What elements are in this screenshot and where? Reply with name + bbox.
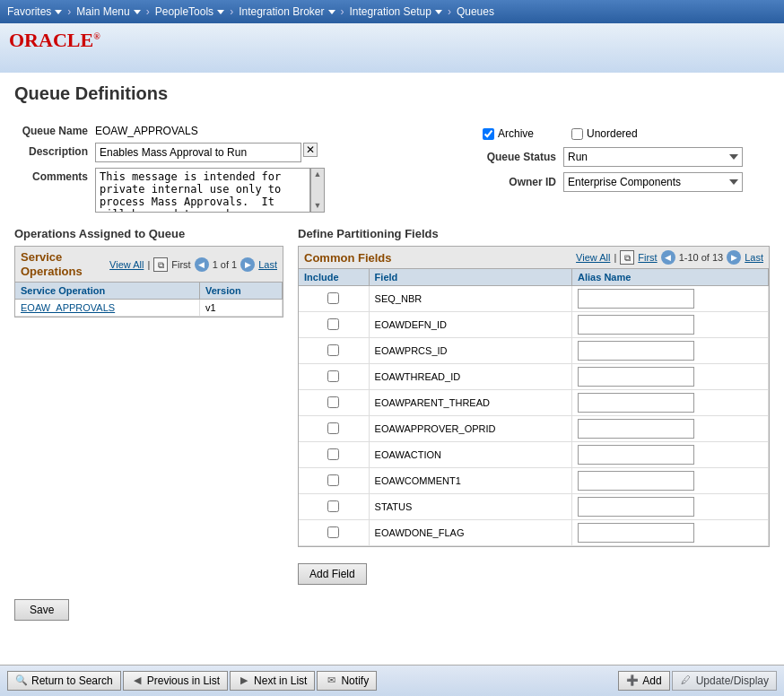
notify-button[interactable]: ✉ Notify	[317, 671, 377, 685]
part-prev-btn[interactable]: ◀	[661, 250, 675, 265]
part-alias-input[interactable]	[578, 367, 694, 387]
next-list-icon: ▶	[238, 674, 250, 685]
archive-unordered-row: Archive Unordered	[483, 127, 770, 140]
part-alias-input[interactable]	[578, 315, 694, 335]
comments-scrollbar[interactable]: ▲ ▼	[310, 168, 325, 213]
part-alias-cell[interactable]	[572, 364, 769, 390]
description-input[interactable]	[95, 143, 301, 162]
part-include-checkbox[interactable]	[327, 500, 339, 512]
part-last-label[interactable]: Last	[745, 252, 763, 263]
ops-page-info: 1 of 1	[213, 259, 238, 270]
add-field-button[interactable]: Add Field	[298, 563, 367, 585]
notify-icon: ✉	[325, 674, 337, 685]
part-view-all-link[interactable]: View All	[576, 252, 610, 263]
part-alias-input[interactable]	[578, 289, 694, 309]
update-display-button[interactable]: 🖊 Update/Display	[672, 671, 777, 685]
ops-prev-btn[interactable]: ◀	[195, 257, 209, 272]
integration-broker-arrow-icon	[328, 10, 335, 14]
part-include-checkbox[interactable]	[327, 448, 339, 460]
part-include-checkbox[interactable]	[327, 370, 339, 382]
part-alias-input[interactable]	[578, 471, 694, 491]
clear-description-icon[interactable]: ✕	[303, 143, 318, 157]
queue-status-select[interactable]: Run Pause Stop	[563, 147, 743, 167]
main-menu[interactable]: Main Menu	[76, 5, 140, 18]
part-alias-input[interactable]	[578, 445, 694, 465]
peopletools-arrow-icon	[217, 10, 224, 14]
part-include-checkbox[interactable]	[327, 344, 339, 356]
part-include-cell[interactable]	[299, 442, 369, 468]
comments-textarea[interactable]: This message is intended for private int…	[95, 168, 310, 213]
part-include-cell[interactable]	[299, 312, 369, 338]
part-include-cell[interactable]	[299, 338, 369, 364]
part-include-checkbox[interactable]	[327, 474, 339, 486]
part-alias-input[interactable]	[578, 419, 694, 439]
return-to-search-button[interactable]: 🔍 Return to Search	[7, 671, 121, 685]
part-include-checkbox[interactable]	[327, 422, 339, 434]
archive-checkbox[interactable]	[483, 128, 494, 140]
part-table-row: EOAWCOMMENT1	[299, 468, 769, 494]
previous-in-list-button[interactable]: ◀ Previous in List	[123, 671, 228, 685]
part-include-checkbox[interactable]	[327, 526, 339, 538]
part-field-cell: EOAWCOMMENT1	[369, 468, 571, 494]
ops-next-btn[interactable]: ▶	[240, 257, 255, 272]
unordered-checkbox[interactable]	[571, 128, 583, 140]
part-alias-cell[interactable]	[572, 338, 769, 364]
part-alias-cell[interactable]	[572, 520, 769, 546]
part-new-window-icon[interactable]: ⧉	[620, 250, 634, 265]
part-alias-cell[interactable]	[572, 390, 769, 416]
part-include-checkbox[interactable]	[327, 292, 339, 304]
integration-broker-menu[interactable]: Integration Broker	[239, 5, 335, 18]
part-first-label[interactable]: First	[638, 252, 657, 263]
part-alias-cell[interactable]	[572, 312, 769, 338]
part-table-title: Common Fields	[304, 251, 392, 265]
part-include-cell[interactable]	[299, 468, 369, 494]
description-label: Description	[14, 143, 95, 158]
part-table-row: STATUS	[299, 494, 769, 520]
ops-view-all-link[interactable]: View All	[109, 259, 144, 270]
partition-section: Define Partitioning Fields Common Fields…	[298, 227, 770, 585]
part-include-cell[interactable]	[299, 416, 369, 442]
ops-new-window-icon[interactable]: ⧉	[153, 257, 168, 272]
ops-nav: View All | ⧉ First ◀ 1 of 1 ▶ Last	[109, 257, 277, 272]
part-alias-input[interactable]	[578, 497, 694, 517]
save-button[interactable]: Save	[14, 599, 69, 621]
queues-breadcrumb: Queues	[457, 5, 494, 18]
ops-last-label[interactable]: Last	[258, 259, 277, 270]
part-include-cell[interactable]	[299, 520, 369, 546]
part-include-checkbox[interactable]	[327, 318, 339, 330]
part-include-cell[interactable]	[299, 286, 369, 312]
part-include-cell[interactable]	[299, 494, 369, 520]
part-alias-cell[interactable]	[572, 286, 769, 312]
part-alias-cell[interactable]	[572, 468, 769, 494]
part-alias-cell[interactable]	[572, 494, 769, 520]
part-nav: View All | ⧉ First ◀ 1-10 of 13 ▶ Last	[576, 250, 763, 265]
integration-setup-menu[interactable]: Integration Setup	[350, 5, 442, 18]
add-icon: ➕	[626, 674, 639, 685]
favorites-menu[interactable]: Favorites	[7, 5, 62, 18]
update-icon: 🖊	[680, 674, 693, 685]
part-alias-input[interactable]	[578, 523, 694, 543]
page-title: Queue Definitions	[14, 83, 770, 108]
part-include-cell[interactable]	[299, 364, 369, 390]
part-col-include: Include	[299, 269, 369, 286]
bottom-left-buttons: 🔍 Return to Search ◀ Previous in List ▶ …	[7, 671, 377, 685]
part-include-cell[interactable]	[299, 390, 369, 416]
part-next-btn[interactable]: ▶	[727, 250, 741, 265]
next-in-list-button[interactable]: ▶ Next in List	[230, 671, 315, 685]
part-field-cell: SEQ_NBR	[369, 286, 571, 312]
integration-setup-arrow-icon	[435, 10, 442, 14]
owner-id-select[interactable]: Enterprise Components PeopleTools Custom	[563, 172, 743, 192]
ops-service-op-cell[interactable]: EOAW_APPROVALS	[15, 300, 199, 317]
ops-table: Service Operation Version EOAW_APPROVALS…	[15, 283, 283, 317]
part-alias-cell[interactable]	[572, 416, 769, 442]
peopletools-menu[interactable]: PeopleTools	[155, 5, 224, 18]
queue-status-row: Queue Status Run Pause Stop	[483, 147, 770, 167]
part-alias-cell[interactable]	[572, 442, 769, 468]
part-include-checkbox[interactable]	[327, 396, 339, 408]
part-alias-input[interactable]	[578, 341, 694, 361]
queue-status-label: Queue Status	[483, 151, 563, 163]
owner-id-row: Owner ID Enterprise Components PeopleToo…	[483, 172, 770, 192]
add-button[interactable]: ➕ Add	[618, 671, 669, 685]
ops-version-cell: v1	[199, 300, 282, 317]
part-alias-input[interactable]	[578, 393, 694, 413]
